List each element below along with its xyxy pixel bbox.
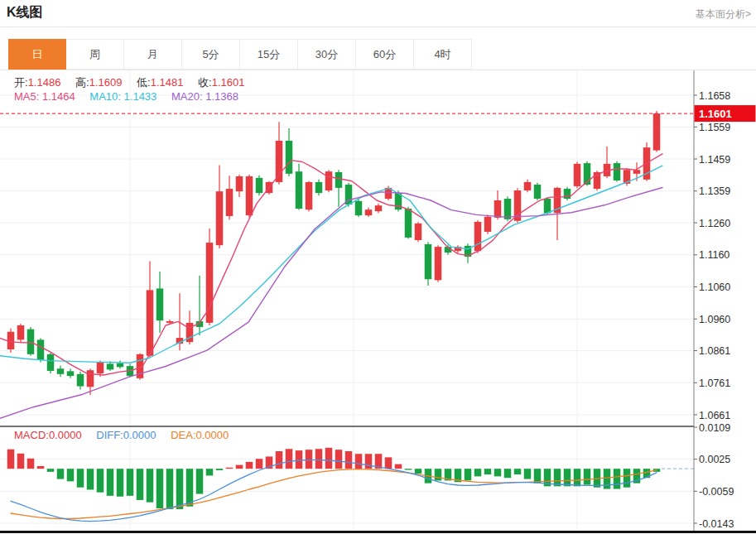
svg-text:0.0025: 0.0025 (699, 454, 730, 465)
svg-text:-0.0143: -0.0143 (699, 518, 734, 530)
svg-text:1.0661: 1.0661 (699, 410, 730, 421)
diff-label: DIFF: (96, 429, 123, 441)
svg-text:1.1060: 1.1060 (699, 281, 730, 293)
fundamental-analysis-link[interactable]: 基本面分析> (696, 7, 751, 22)
low-value: 1.1481 (151, 76, 184, 89)
tab-30min[interactable]: 30分 (298, 39, 356, 70)
ma5-label: MA5: (14, 90, 39, 103)
svg-text:1.1658: 1.1658 (699, 90, 730, 102)
svg-text:-0.0059: -0.0059 (699, 486, 734, 498)
close-value: 1.1601 (212, 76, 245, 89)
dea-label: DEA: (171, 429, 195, 441)
svg-text:1.0761: 1.0761 (699, 378, 730, 389)
svg-text:1.0861: 1.0861 (699, 345, 730, 357)
kline-macd-chart[interactable]: 1.16581.15591.14591.13591.12601.11601.10… (0, 70, 756, 534)
period-tabbar: 日 周 月 5分 15分 30分 60分 4时 (0, 39, 756, 70)
macd-label: MACD: (14, 429, 49, 441)
tab-60min[interactable]: 60分 (356, 39, 414, 70)
ma10-label: MA10: (89, 90, 121, 103)
ma-legend: MA5: 1.1464 MA10: 1.1433 MA20: 1.1368 (14, 90, 238, 103)
ma10-value: 1.1433 (124, 90, 157, 103)
svg-text:1.1459: 1.1459 (699, 154, 730, 166)
svg-text:1.1559: 1.1559 (699, 122, 730, 133)
svg-text:1.1160: 1.1160 (699, 249, 730, 261)
tab-weekly[interactable]: 周 (66, 39, 124, 70)
svg-text:1.0960: 1.0960 (699, 314, 730, 325)
tab-monthly[interactable]: 月 (124, 39, 182, 70)
ma20-value: 1.1368 (205, 90, 238, 103)
macd-value: 0.0000 (49, 429, 82, 441)
macd-legend: MACD:0.0000 DIFF:0.0000 DEA:0.0000 (14, 429, 229, 441)
ohlc-legend: 开:1.1486 高:1.1609 低:1.1481 收:1.1601 (14, 75, 244, 90)
high-value: 1.1609 (89, 76, 123, 89)
high-label: 高: (75, 76, 89, 89)
svg-text:1.1359: 1.1359 (699, 185, 730, 197)
ma20-label: MA20: (171, 90, 203, 103)
diff-value: 0.0000 (123, 429, 156, 441)
open-label: 开: (14, 76, 28, 89)
tab-5min[interactable]: 5分 (182, 39, 240, 70)
svg-text:0.0109: 0.0109 (699, 422, 730, 434)
header: K线图 基本面分析> (0, 0, 756, 27)
svg-text:1.1260: 1.1260 (699, 218, 730, 229)
page-title: K线图 (7, 4, 43, 22)
tab-4hour[interactable]: 4时 (414, 39, 472, 70)
kline-widget: K线图 基本面分析> 日 周 月 5分 15分 30分 60分 4时 开:1.1… (0, 0, 756, 534)
svg-text:1.1601: 1.1601 (699, 108, 732, 120)
close-label: 收: (198, 76, 212, 89)
ma5-value: 1.1464 (42, 90, 75, 103)
tab-daily[interactable]: 日 (8, 39, 66, 70)
open-value: 1.1486 (28, 76, 61, 89)
low-label: 低: (137, 76, 151, 89)
tab-15min[interactable]: 15分 (240, 39, 298, 70)
dea-value: 0.0000 (196, 429, 229, 441)
